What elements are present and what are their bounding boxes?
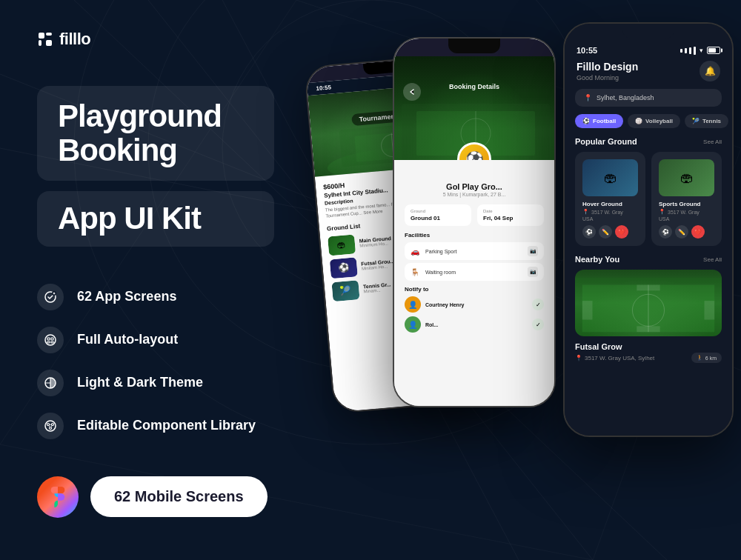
svg-rect-18 <box>47 341 50 343</box>
phone2-notify-person-1: 👤 Courtney Henry ✓ <box>405 296 544 313</box>
sports-ground-address: 📍 3517 W. Gray <box>659 209 714 215</box>
logo-text: filllo <box>59 30 90 49</box>
sports-action-edit-icon[interactable]: ✏️ <box>675 225 688 239</box>
phone2-notify-label: Notify to <box>405 286 544 293</box>
phone3-time: 10:55 <box>576 46 597 55</box>
svg-point-15 <box>45 335 56 345</box>
popular-section-title: Popular Ground <box>575 137 637 146</box>
sports-ground-actions: ⚽ ✏️ ❤️ <box>659 225 714 239</box>
tennis-icon: 🎾 <box>692 118 700 124</box>
popular-card-hover-ground[interactable]: 🏟 Hover Ground 📍 3517 W. Gray USA ⚽ ✏️ ❤… <box>575 152 645 246</box>
nearby-distance-badge: 🚶 6 km <box>691 353 722 363</box>
svg-rect-37 <box>402 89 550 104</box>
action-soccer-icon[interactable]: ⚽ <box>582 225 596 239</box>
phone3-signal-icons: ▾ <box>680 47 720 55</box>
svg-point-22 <box>47 423 50 425</box>
football-icon: ⚽ <box>582 118 590 124</box>
title-block-1: Playground Booking <box>37 86 274 181</box>
nearby-distance-text: 6 km <box>705 356 717 361</box>
signal-bar-3 <box>689 47 691 54</box>
phone2-facility-parking: 🚗 Parking Sport 📷 <box>405 242 544 260</box>
phone3-popular-row: 🏟 Hover Ground 📍 3517 W. Gray USA ⚽ ✏️ ❤… <box>565 152 732 255</box>
phone3-app-name: Filllo Design <box>576 61 638 73</box>
category-football[interactable]: ⚽ Football <box>575 114 623 128</box>
phone3-nearby-section-header: Nearby You See All <box>565 255 732 270</box>
figma-button[interactable] <box>37 476 79 518</box>
hover-ground-name: Hover Ground <box>582 201 638 207</box>
phone2-date-box: Date Fri, 04 Sep <box>477 204 544 226</box>
svg-rect-16 <box>47 338 50 340</box>
phone2-header-label: Booking Details <box>449 83 499 90</box>
feature-item-library: Editable Component Library <box>37 413 274 439</box>
phone3-nearby-caption: Futsal Grow 📍 3517 W. Gray USA, Sylhet 🚶… <box>565 342 732 363</box>
nearby-ground-name: Futsal Grow <box>575 342 722 351</box>
signal-bar-1 <box>680 49 682 53</box>
location-icon: 📍 <box>584 94 592 101</box>
phone2-header: Booking Details ⚽ <box>394 56 554 160</box>
sports-action-fav-icon[interactable]: ❤️ <box>691 225 705 239</box>
notification-bell-button[interactable]: 🔔 <box>700 61 720 81</box>
feature-text-screens: 62 App Screens <box>77 289 176 304</box>
bottom-bar: 62 Mobile Screens <box>37 476 274 518</box>
phones-area: 10:55 ▲▲ ⊕ 🔋 Tournament Details $600/H S… <box>274 0 741 560</box>
popular-see-all[interactable]: See All <box>703 139 722 145</box>
logo-icon <box>37 31 53 47</box>
left-panel: filllo Playground Booking App UI Kit 62 … <box>0 0 311 560</box>
parking-icon: 🚗 <box>411 247 419 256</box>
logo: filllo <box>37 30 274 49</box>
category-tennis[interactable]: 🎾 Tennis <box>685 114 728 128</box>
popular-card-sports-ground[interactable]: 🏟 Sports Ground 📍 3517 W. Gray USA ⚽ ✏️ … <box>651 152 722 246</box>
phone3-greeting: Good Morning <box>576 74 638 81</box>
svg-rect-19 <box>51 341 53 343</box>
phone2-back-button[interactable] <box>403 83 421 101</box>
feature-item-screens: 62 App Screens <box>37 284 274 310</box>
volleyball-icon: 🏐 <box>635 118 642 124</box>
feature-icon-layout <box>37 327 64 353</box>
hover-ground-pin-icon: 📍 <box>582 209 589 215</box>
nearby-addr-text: 📍 3517 W. Gray USA, Sylhet <box>575 355 654 361</box>
phone3-status-bar: 10:55 ▾ <box>565 39 732 58</box>
notify-status-2: ✓ <box>532 319 544 330</box>
svg-rect-43 <box>637 326 659 332</box>
phone3-popular-section-header: Popular Ground See All <box>565 137 732 152</box>
nearby-ground-image <box>575 270 722 336</box>
screens-count-button[interactable]: 62 Mobile Screens <box>90 476 268 517</box>
nearby-see-all[interactable]: See All <box>703 256 722 263</box>
action-edit-icon[interactable]: ✏️ <box>599 225 612 239</box>
notify-avatar-2: 👤 <box>405 316 421 333</box>
action-fav-icon[interactable]: ❤️ <box>615 225 628 239</box>
hover-ground-addr-text: 3517 W. Gray <box>591 210 623 215</box>
phone3-categories: ⚽ Football 🏐 Volleyball 🎾 Tennis <box>565 114 732 137</box>
sports-ground-name: Sports Ground <box>659 201 714 207</box>
title-line-1: Playground Booking <box>58 99 253 167</box>
hover-ground-thumb: 🏟 <box>582 159 638 196</box>
svg-rect-42 <box>637 284 659 290</box>
svg-point-23 <box>52 423 54 425</box>
phone3-location-bar[interactable]: 📍 Sylhet, Bangladesh <box>575 89 722 107</box>
feature-icon-theme <box>37 370 64 396</box>
hover-ground-image: 🏟 <box>582 159 638 196</box>
svg-rect-9 <box>39 33 44 39</box>
tennis-label: Tennis <box>702 118 721 124</box>
phone2-info-row: Ground Ground 01 Date Fri, 04 Sep <box>405 204 544 226</box>
hover-ground-country: USA <box>582 216 638 221</box>
sports-action-soccer-icon[interactable]: ⚽ <box>659 225 672 239</box>
svg-rect-17 <box>51 338 53 340</box>
phone3-location-text: Sylhet, Bangladesh <box>597 94 654 101</box>
phone2-place-name: Gol Play Gro... <box>405 182 544 191</box>
phone3-screen: 10:55 ▾ Filllo Design Good Morning <box>565 24 732 436</box>
notify-avatar-1: 👤 <box>405 296 421 313</box>
category-volleyball[interactable]: 🏐 Volleyball <box>628 114 680 128</box>
sports-ground-country: USA <box>659 216 714 221</box>
screens-count-text: 62 Mobile Screens <box>114 488 244 505</box>
svg-line-27 <box>51 425 52 427</box>
feature-item-theme: Light & Dark Theme <box>37 370 274 396</box>
svg-rect-12 <box>46 40 52 46</box>
waiting-icon: 🪑 <box>411 268 419 276</box>
phone2-place-subtitle: 5 Mins | Kumarpark, 27 B... <box>405 192 544 197</box>
features-list: 62 App Screens Full Auto-layout <box>37 284 274 439</box>
phone3-notch <box>622 24 674 39</box>
svg-rect-44 <box>582 301 593 319</box>
nearby-section-title: Nearby You <box>575 255 619 264</box>
signal-bar-2 <box>685 48 687 53</box>
